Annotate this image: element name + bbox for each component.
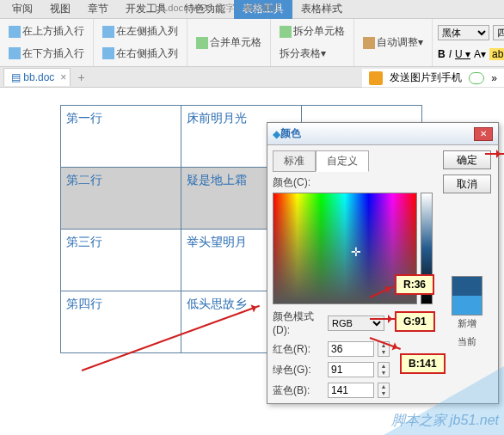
insert-col-right[interactable]: 在右侧插入列 bbox=[99, 45, 181, 63]
phone-icon bbox=[369, 71, 383, 85]
font-style-row: B I U ▾ A▾ ab bbox=[438, 48, 504, 60]
insert-col-left[interactable]: 在左侧插入列 bbox=[99, 22, 181, 40]
tab-custom[interactable]: 自定义 bbox=[316, 150, 369, 172]
doc-icon: ▤ bbox=[11, 71, 23, 83]
underline-button[interactable]: U ▾ bbox=[455, 48, 470, 60]
new-tab-button[interactable]: + bbox=[77, 70, 84, 84]
chevron-icon[interactable]: » bbox=[491, 72, 497, 84]
callout-g: G:91 bbox=[395, 311, 435, 332]
send-to-phone-bar: 发送图片到手机 » bbox=[362, 69, 504, 88]
arrow-g bbox=[370, 318, 396, 320]
split-cells[interactable]: 拆分单元格 bbox=[276, 22, 348, 40]
mode-label: 颜色模式(D): bbox=[273, 309, 324, 336]
current-color-swatch bbox=[452, 296, 482, 315]
blue-input[interactable] bbox=[328, 383, 374, 398]
send-label[interactable]: 发送图片到手机 bbox=[390, 70, 462, 85]
window-title: bb.doc - WPS 文字 - 兼容模式 bbox=[155, 2, 281, 15]
tab-table-style[interactable]: 表格样式 bbox=[292, 0, 351, 19]
bold-button[interactable]: B bbox=[438, 48, 446, 60]
arrow-ok bbox=[485, 153, 504, 155]
italic-button[interactable]: I bbox=[449, 48, 452, 60]
green-input[interactable] bbox=[328, 362, 374, 377]
size-select[interactable]: 四号 bbox=[493, 25, 504, 40]
cell[interactable]: 第四行 bbox=[61, 291, 181, 353]
crosshair-icon: ✛ bbox=[351, 245, 361, 259]
color-preview bbox=[452, 276, 482, 316]
tab-review[interactable]: 审阅 bbox=[3, 0, 41, 19]
blue-label: 蓝色(B): bbox=[273, 383, 324, 398]
close-icon[interactable]: ✕ bbox=[474, 127, 493, 141]
autofit-icon bbox=[363, 37, 375, 49]
tab-standard[interactable]: 标准 bbox=[273, 150, 316, 172]
cell[interactable]: 第二行 bbox=[61, 168, 181, 230]
dialog-icon: ◆ bbox=[273, 128, 280, 140]
cell[interactable]: 第三行 bbox=[61, 230, 181, 291]
document-name: bb.doc bbox=[23, 71, 54, 83]
tab-section[interactable]: 章节 bbox=[79, 0, 117, 19]
green-label: 绿色(G): bbox=[273, 363, 324, 377]
cancel-button[interactable]: 取消 bbox=[443, 175, 491, 193]
document-tab[interactable]: ▤ bb.doc × bbox=[3, 68, 71, 86]
watermark: 脚本之家 jb51.net bbox=[391, 412, 499, 430]
highlight-button[interactable]: ab bbox=[489, 48, 504, 60]
autofit[interactable]: 自动调整▾ bbox=[360, 34, 427, 52]
ok-button[interactable]: 确定 bbox=[443, 150, 491, 169]
red-input[interactable] bbox=[328, 341, 374, 357]
font-select[interactable]: 黑体 bbox=[438, 25, 489, 40]
split-table[interactable]: 拆分表格▾ bbox=[276, 45, 348, 63]
merge-cells[interactable]: 合并单元格 bbox=[193, 34, 265, 52]
row-below-icon bbox=[9, 47, 21, 59]
close-tab-icon[interactable]: × bbox=[60, 71, 66, 83]
tab-view[interactable]: 视图 bbox=[41, 0, 79, 19]
row-above-icon bbox=[9, 26, 21, 38]
cloud-icon[interactable] bbox=[469, 72, 484, 84]
insert-row-above[interactable]: 在上方插入行 bbox=[5, 22, 88, 40]
col-left-icon bbox=[102, 26, 114, 38]
font-color-button[interactable]: A▾ bbox=[474, 48, 486, 60]
split-icon bbox=[280, 26, 292, 38]
col-right-icon bbox=[102, 47, 114, 59]
color-area-label: 颜色(C): bbox=[273, 175, 436, 190]
cell[interactable]: 第一行 bbox=[61, 106, 181, 168]
dialog-title: 颜色 bbox=[280, 126, 301, 141]
insert-row-below[interactable]: 在下方插入行 bbox=[5, 45, 88, 63]
red-label: 红色(R): bbox=[273, 342, 324, 357]
new-color-swatch bbox=[452, 277, 482, 296]
color-dialog: ◆ 颜色 ✕ 标准 自定义 颜色(C): ✛ 颜色模式(D): RGB 红色(R… bbox=[267, 122, 499, 404]
merge-icon bbox=[196, 37, 208, 49]
new-label: 新增 bbox=[458, 317, 476, 330]
current-label: 当前 bbox=[458, 335, 476, 348]
ribbon: 在上方插入行 在下方插入行 在左侧插入列 在右侧插入列 合并单元格 拆分单元格 … bbox=[0, 19, 504, 67]
callout-r: R:36 bbox=[395, 274, 434, 295]
